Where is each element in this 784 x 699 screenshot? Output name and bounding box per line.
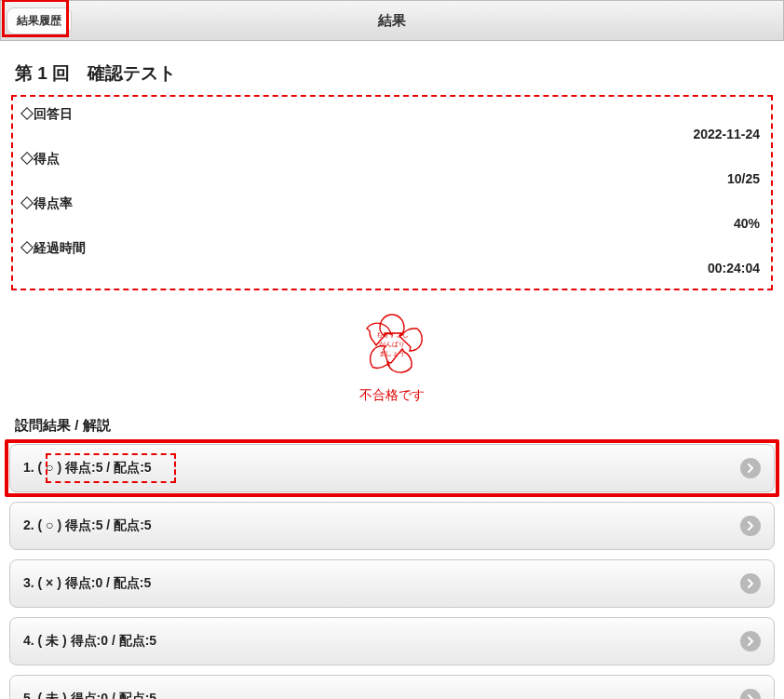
svg-text:がんばり: がんばり	[379, 341, 405, 348]
chevron-right-icon	[740, 573, 761, 594]
summary-rate-value: 40%	[20, 214, 764, 236]
back-button[interactable]: 結果履歴	[7, 7, 72, 34]
summary-date-label: ◇回答日	[20, 102, 764, 125]
stamp-status-text: 不合格です	[9, 387, 775, 404]
question-text: 3. ( × ) 得点:0 / 配点:5	[23, 575, 151, 592]
chevron-right-icon	[740, 631, 761, 652]
svg-text:もうすこし: もうすこし	[376, 331, 409, 339]
question-row-5[interactable]: 5. ( 未 ) 得点:0 / 配点:5	[9, 675, 775, 699]
chevron-right-icon	[740, 689, 761, 699]
header-title: 結果	[1, 12, 783, 30]
chevron-right-icon	[740, 458, 761, 478]
sakura-stamp-icon: もうすこし がんばり ましょう	[356, 309, 428, 383]
summary-box: ◇回答日 2022-11-24 ◇得点 10/25 ◇得点率 40% ◇経過時間…	[11, 95, 773, 290]
svg-text:ましょう: ましょう	[379, 350, 405, 357]
question-row-1[interactable]: 1. ( ○ ) 得点:5 / 配点:5	[9, 444, 775, 492]
stamp-area: もうすこし がんばり ましょう 不合格です	[9, 309, 775, 404]
question-text: 1. ( ○ ) 得点:5 / 配点:5	[23, 460, 152, 477]
summary-rate-label: ◇得点率	[20, 192, 764, 214]
summary-time-value: 00:24:04	[20, 259, 764, 281]
summary-score-label: ◇得点	[20, 147, 764, 169]
question-list: 1. ( ○ ) 得点:5 / 配点:5 2. ( ○ ) 得点:5 / 配点:…	[9, 444, 775, 699]
summary-date-value: 2022-11-24	[20, 125, 764, 147]
page-title: 第 1 回 確認テスト	[15, 61, 775, 86]
question-row-2[interactable]: 2. ( ○ ) 得点:5 / 配点:5	[9, 502, 775, 550]
question-text: 2. ( ○ ) 得点:5 / 配点:5	[23, 518, 152, 534]
chevron-right-icon	[740, 516, 761, 536]
question-row-3[interactable]: 3. ( × ) 得点:0 / 配点:5	[9, 559, 775, 608]
section-header: 設問結果 / 解説	[15, 417, 775, 435]
summary-score-value: 10/25	[20, 169, 764, 192]
question-text: 4. ( 未 ) 得点:0 / 配点:5	[23, 633, 156, 650]
header-bar: 結果 結果履歴	[0, 0, 784, 41]
question-row-4[interactable]: 4. ( 未 ) 得点:0 / 配点:5	[9, 617, 775, 665]
summary-time-label: ◇経過時間	[20, 236, 764, 259]
question-text: 5. ( 未 ) 得点:0 / 配点:5	[23, 691, 156, 699]
